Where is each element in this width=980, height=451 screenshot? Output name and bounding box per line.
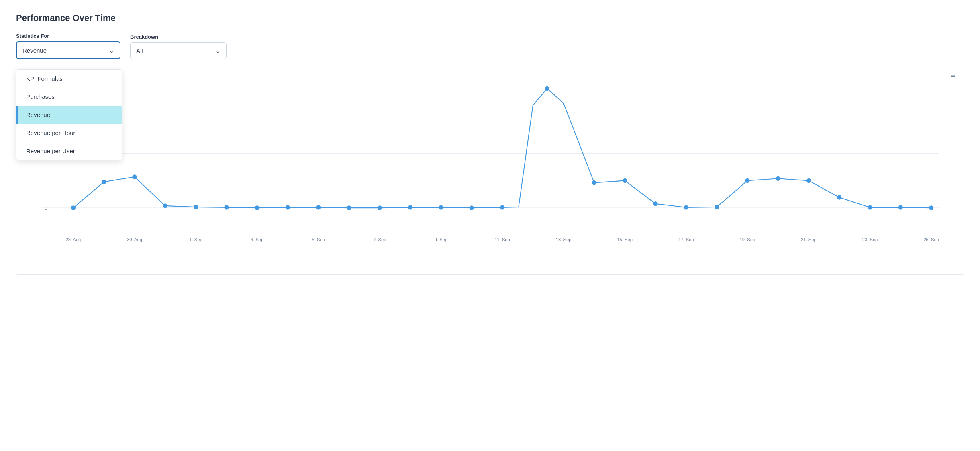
x-label-7sep: 7. Sep	[373, 237, 386, 242]
statistics-for-select[interactable]: Revenue ⌄	[16, 41, 120, 59]
breakdown-select[interactable]: All ⌄	[130, 42, 227, 59]
dot-22sep	[837, 195, 841, 199]
dropdown-item-revenue-per-user[interactable]: Revenue per User	[16, 142, 122, 160]
dot-15sep	[623, 178, 627, 182]
x-label-11sep: 11. Sep	[494, 237, 510, 242]
dot-23sep	[868, 205, 872, 209]
x-label-30aug: 30. Aug	[127, 237, 142, 242]
x-label-21sep: 21. Sep	[801, 237, 817, 242]
dot-6sep	[347, 206, 351, 210]
chevron-down-icon: ⌄	[109, 47, 114, 54]
dropdown-item-kpi[interactable]: KPI Formulas	[16, 70, 122, 88]
dot-30aug	[133, 175, 137, 179]
controls-row: Statistics For Revenue ⌄ KPI Formulas Pu…	[16, 33, 964, 59]
dropdown-item-purchases[interactable]: Purchases	[16, 88, 122, 106]
dot-31aug	[163, 204, 167, 208]
dropdown-item-revenue[interactable]: Revenue	[16, 106, 122, 124]
dot-20sep	[776, 176, 780, 180]
dot-5sep	[316, 205, 321, 209]
dot-1sep	[194, 205, 198, 209]
dot-4sep	[286, 205, 290, 209]
select-divider	[104, 46, 104, 54]
dot-28aug	[71, 206, 75, 210]
dot-24sep	[898, 205, 902, 209]
x-label-5sep: 5. Sep	[312, 237, 325, 242]
x-label-19sep: 19. Sep	[740, 237, 755, 242]
x-label-1sep: 1. Sep	[189, 237, 202, 242]
x-label-17sep: 17. Sep	[678, 237, 694, 242]
x-label-9sep: 9. Sep	[435, 237, 447, 242]
chart-line	[73, 88, 931, 208]
dot-13sep-peak	[545, 86, 549, 90]
dot-18sep	[715, 205, 719, 209]
x-label-23sep: 23. Sep	[862, 237, 878, 242]
breakdown-group: Breakdown All ⌄	[130, 34, 227, 59]
dot-9sep	[439, 205, 443, 209]
x-label-3sep: 3. Sep	[251, 237, 263, 242]
dot-21sep	[806, 178, 811, 182]
chart-menu-icon[interactable]: ≡	[951, 72, 956, 80]
dot-17sep	[684, 205, 688, 209]
y-label-0: 0	[45, 206, 47, 211]
dot-19sep	[745, 178, 749, 182]
chart-container: ≡ 20 10 0 28. Aug 30. Aug 1. Sep 3. Sep …	[16, 66, 964, 275]
dot-8sep	[408, 205, 412, 209]
dropdown-item-revenue-per-hour[interactable]: Revenue per Hour	[16, 124, 122, 142]
statistics-for-group: Statistics For Revenue ⌄ KPI Formulas Pu…	[16, 33, 120, 59]
breakdown-chevron-icon: ⌄	[215, 47, 220, 55]
dot-10sep	[470, 206, 474, 210]
breakdown-value: All	[136, 47, 143, 54]
dot-7sep	[378, 206, 382, 210]
dot-16sep	[653, 201, 657, 205]
dot-11sep	[500, 205, 504, 209]
breakdown-label: Breakdown	[130, 34, 227, 40]
dot-14sep	[592, 180, 596, 184]
x-label-25sep: 25. Sep	[923, 237, 939, 242]
statistics-for-value: Revenue	[22, 47, 47, 54]
page-title: Performance Over Time	[16, 13, 964, 23]
x-label-15sep: 15. Sep	[617, 237, 633, 242]
dot-25sep	[929, 206, 933, 210]
x-label-13sep: 13. Sep	[556, 237, 572, 242]
breakdown-divider	[210, 47, 210, 55]
chart-svg: 20 10 0 28. Aug 30. Aug 1. Sep 3. Sep 5.…	[41, 74, 939, 258]
dot-3sep	[255, 206, 259, 210]
dot-29aug	[102, 180, 106, 184]
x-label-28aug: 28. Aug	[65, 237, 81, 242]
statistics-for-label: Statistics For	[16, 33, 120, 39]
statistics-for-dropdown: KPI Formulas Purchases Revenue Revenue p…	[16, 69, 122, 160]
dot-2sep	[225, 205, 229, 209]
